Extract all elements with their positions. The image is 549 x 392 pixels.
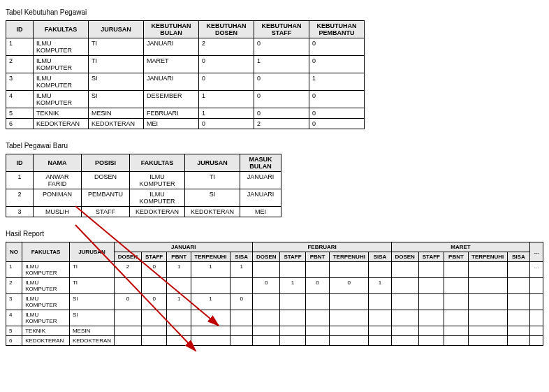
cell — [230, 336, 253, 346]
cell — [418, 326, 444, 336]
cell — [468, 310, 507, 326]
cell — [444, 294, 469, 310]
table-header-row: ID NAMA POSISI FAKULTAS JURUSAN MASUK BU… — [6, 154, 281, 172]
table-row: 3ILMU KOMPUTERSI00110 — [6, 294, 543, 310]
cell — [305, 294, 330, 310]
sub-sisa: SISA — [230, 252, 253, 262]
sub-staff: STAFF — [418, 252, 444, 262]
cell — [444, 326, 469, 336]
cell: 6 — [6, 336, 22, 346]
cell — [391, 310, 418, 326]
cell: ILMU KOMPUTER — [34, 91, 89, 108]
cell — [191, 310, 230, 326]
cell: TI — [89, 38, 144, 56]
cell: 0 — [309, 108, 365, 119]
cell — [330, 262, 369, 278]
sub-sisa: SISA — [369, 252, 392, 262]
cell — [280, 262, 306, 278]
table-row: 6KEDOKTERANKEDOKTERANMEI020 — [6, 119, 365, 129]
cell — [444, 262, 469, 278]
cell: 1 — [230, 262, 253, 278]
cell — [530, 310, 543, 326]
cell: 1 — [254, 56, 309, 73]
cell: 5 — [6, 108, 34, 119]
sub-staff: STAFF — [141, 252, 167, 262]
col-id: ID — [6, 154, 34, 172]
cell: 1 — [280, 278, 306, 294]
cell — [369, 336, 392, 346]
cell — [191, 326, 230, 336]
cell — [167, 278, 191, 294]
sub-sisa: SISA — [507, 252, 530, 262]
col-fakultas: FAKULTAS — [130, 154, 185, 172]
table-kebutuhan: ID FAKULTAS JURUSAN KEBUTUHAN BULAN KEBU… — [6, 20, 365, 129]
cell — [330, 294, 369, 310]
cell — [167, 326, 191, 336]
cell — [253, 336, 280, 346]
col-ellipsis: ... — [530, 242, 543, 262]
cell — [115, 326, 142, 336]
cell: SI — [89, 91, 144, 108]
cell: 0 — [141, 262, 167, 278]
cell: 0 — [305, 278, 330, 294]
cell — [191, 336, 230, 346]
sub-dosen: DOSEN — [115, 252, 142, 262]
cell — [418, 278, 444, 294]
cell — [468, 294, 507, 310]
sub-pbnt: PBNT — [305, 252, 330, 262]
section2-title: Tabel Pegawai Baru — [6, 142, 543, 150]
cell — [280, 310, 306, 326]
cell — [141, 310, 167, 326]
cell: 1 — [167, 262, 191, 278]
table-hasil-report: NO FAKULTAS JURUSAN JANUARI FEBRUARI MAR… — [6, 242, 543, 346]
table-row: 1ILMU KOMPUTERTIJANUARI200 — [6, 38, 365, 56]
cell — [230, 310, 253, 326]
cell: DOSEN — [82, 172, 130, 189]
cell: 2 — [6, 56, 34, 73]
cell: MEI — [144, 119, 199, 129]
cell — [305, 310, 330, 326]
cell — [369, 326, 392, 336]
cell: 1 — [6, 38, 34, 56]
cell: FEBRUARI — [144, 108, 199, 119]
col-jurusan: JURUSAN — [89, 21, 144, 38]
cell — [369, 262, 392, 278]
col-posisi: POSISI — [82, 154, 130, 172]
col-no: NO — [6, 242, 22, 262]
cell — [418, 262, 444, 278]
cell: ILMU KOMPUTER — [130, 172, 185, 189]
cell: 1 — [191, 262, 230, 278]
cell: 6 — [6, 119, 34, 129]
cell: 1 — [369, 278, 392, 294]
cell — [507, 326, 530, 336]
table-row: 2ILMU KOMPUTERTIMARET010 — [6, 56, 365, 73]
cell: 5 — [6, 326, 22, 336]
cell: KEDOKTERAN — [89, 119, 144, 129]
cell: SI — [69, 310, 114, 326]
cell — [418, 336, 444, 346]
cell: KEDOKTERAN — [69, 336, 114, 346]
cell — [418, 310, 444, 326]
cell — [530, 294, 543, 310]
cell — [468, 278, 507, 294]
cell: TI — [89, 56, 144, 73]
cell — [391, 326, 418, 336]
cell — [305, 336, 330, 346]
cell — [468, 326, 507, 336]
sub-dosen: DOSEN — [391, 252, 418, 262]
cell: MESIN — [89, 108, 144, 119]
cell: 2 — [199, 38, 254, 56]
cell: 0 — [309, 91, 365, 108]
cell — [391, 278, 418, 294]
col-bulan: KEBUTUHAN BULAN — [144, 21, 199, 38]
col-staff: KEBUTUHAN STAFF — [254, 21, 309, 38]
cell — [253, 294, 280, 310]
cell: ILMU KOMPUTER — [22, 262, 70, 278]
cell: JANUARI — [240, 172, 281, 189]
cell: KEDOKTERAN — [130, 207, 185, 217]
cell — [115, 310, 142, 326]
cell — [141, 278, 167, 294]
cell: 0 — [230, 294, 253, 310]
cell — [530, 278, 543, 294]
cell: TI — [69, 262, 114, 278]
